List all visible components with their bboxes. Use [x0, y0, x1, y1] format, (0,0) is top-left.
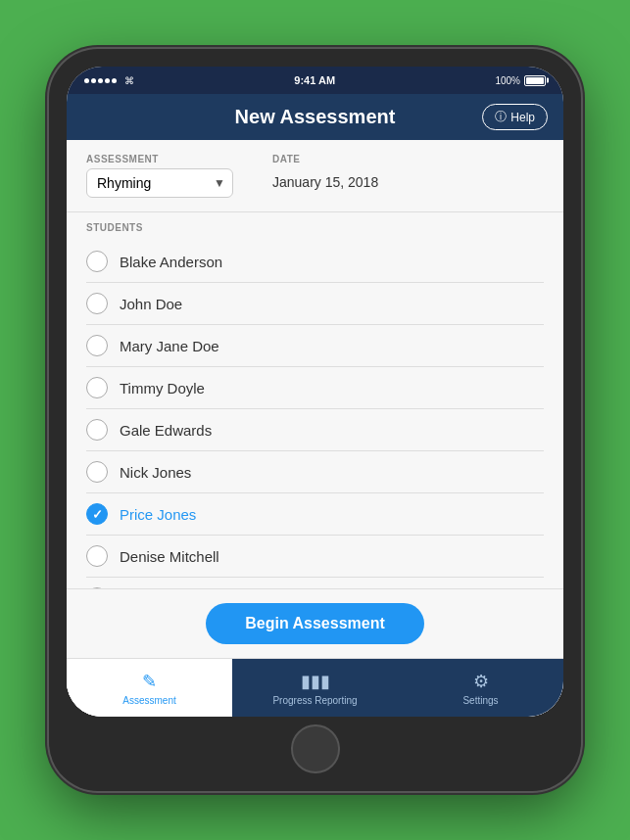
list-item[interactable]: John Doe [86, 283, 544, 325]
tab-bar: ✎ Assessment ▮▮▮ Progress Reporting ⚙ Se… [67, 658, 563, 717]
home-button[interactable] [291, 724, 340, 773]
student-radio-7[interactable] [86, 545, 108, 567]
list-item[interactable]: Timmy Doyle [86, 367, 544, 409]
list-item[interactable]: Gale Edwards [86, 409, 544, 451]
student-name: Mary Jane Doe [120, 338, 219, 354]
student-radio-3[interactable] [86, 377, 108, 398]
device-frame: ⌘ 9:41 AM 100% New Assessment ⓘ Help [49, 49, 581, 791]
main-content: ASSESSMENT Rhyming ▼ DATE January 15, 20… [67, 140, 563, 717]
assessment-select-wrapper: Rhyming ▼ [86, 168, 233, 198]
student-name: Gale Edwards [120, 422, 212, 439]
assessment-field: ASSESSMENT Rhyming ▼ [86, 154, 233, 198]
student-radio-4[interactable] [86, 419, 108, 441]
battery-icon [524, 75, 546, 86]
progress-tab-label: Progress Reporting [272, 695, 357, 706]
student-radio-6[interactable] [86, 503, 108, 525]
student-radio-2[interactable] [86, 335, 108, 356]
student-radio-1[interactable] [86, 293, 108, 314]
tab-assessment[interactable]: ✎ Assessment [67, 659, 232, 717]
progress-tab-icon: ▮▮▮ [301, 671, 330, 692]
student-name: Nick Jones [120, 464, 191, 481]
help-label: Help [510, 111, 535, 124]
wifi-icon: ⌘ [124, 75, 134, 86]
status-left: ⌘ [84, 75, 134, 86]
student-radio-0[interactable] [86, 251, 108, 272]
settings-tab-icon: ⚙ [473, 671, 489, 692]
student-name: John Doe [120, 296, 182, 312]
status-right: 100% [495, 75, 546, 86]
list-item[interactable]: Nick Jones [86, 451, 544, 493]
begin-assessment-button[interactable]: Begin Assessment [206, 603, 424, 644]
tab-progress-reporting[interactable]: ▮▮▮ Progress Reporting [232, 659, 398, 717]
header: New Assessment ⓘ Help [67, 94, 563, 140]
assessment-select[interactable]: Rhyming [86, 168, 233, 198]
list-item[interactable]: Price Jones [86, 493, 544, 536]
bottom-section: Begin Assessment [67, 588, 563, 658]
students-section: STUDENTS Blake AndersonJohn DoeMary Jane… [67, 212, 563, 588]
signal-icon [84, 78, 117, 83]
list-item[interactable]: Mary Jane Doe [86, 325, 544, 367]
date-label: DATE [272, 154, 378, 164]
assessment-tab-label: Assessment [122, 695, 175, 706]
students-label: STUDENTS [86, 222, 544, 233]
help-icon: ⓘ [495, 109, 507, 125]
tab-settings[interactable]: ⚙ Settings [398, 659, 563, 717]
list-item[interactable]: David Runner [86, 578, 544, 588]
student-name: Price Jones [120, 506, 196, 523]
form-section: ASSESSMENT Rhyming ▼ DATE January 15, 20… [67, 140, 563, 212]
student-name: Timmy Doyle [120, 380, 205, 397]
battery-percent: 100% [495, 75, 520, 86]
students-list: Blake AndersonJohn DoeMary Jane DoeTimmy… [86, 241, 544, 588]
status-time: 9:41 AM [294, 74, 335, 86]
list-item[interactable]: Denise Mitchell [86, 536, 544, 578]
assessment-label: ASSESSMENT [86, 154, 233, 164]
screen: ⌘ 9:41 AM 100% New Assessment ⓘ Help [67, 67, 563, 717]
settings-tab-label: Settings [462, 695, 498, 706]
page-title: New Assessment [235, 106, 396, 128]
assessment-tab-icon: ✎ [142, 671, 157, 692]
help-button[interactable]: ⓘ Help [482, 104, 548, 130]
student-name: Blake Anderson [120, 254, 222, 270]
student-name: Denise Mitchell [120, 548, 219, 565]
date-value: January 15, 2018 [272, 168, 378, 190]
list-item[interactable]: Blake Anderson [86, 241, 544, 283]
date-field: DATE January 15, 2018 [272, 154, 378, 198]
status-bar: ⌘ 9:41 AM 100% [67, 67, 563, 94]
student-radio-5[interactable] [86, 461, 108, 483]
